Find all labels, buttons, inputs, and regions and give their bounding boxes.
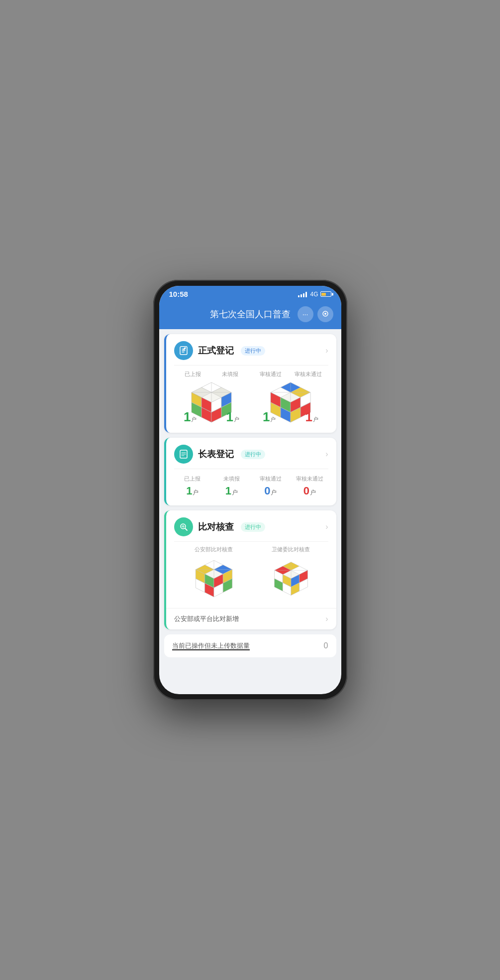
phone-screen: 10:58 4G 第七次全国人口普查 ···: [159, 286, 341, 694]
formal-registration-icon: [174, 341, 193, 360]
compare-check-badge: 进行中: [241, 522, 265, 532]
long-form-stat-label-2: 审核通过: [260, 475, 282, 483]
stat-unit-reported: 户: [191, 416, 197, 423]
stat-value-unfilled: 1: [226, 409, 233, 425]
compare-link-text: 公安部或平台比对新增: [174, 614, 239, 623]
compare-check-card: 比对核查 进行中 › 公安部比对核查: [164, 510, 336, 629]
long-form-card: 长表登记 进行中 › 已上报 1 户 未填报: [164, 438, 336, 505]
long-form-stat-value-0: 1 户: [186, 485, 199, 497]
more-button[interactable]: ···: [298, 306, 313, 322]
phone-frame: 10:58 4G 第七次全国人口普查 ···: [153, 280, 347, 700]
compare-check-arrow[interactable]: ›: [325, 522, 328, 531]
stat-unit-rejected: 户: [313, 416, 318, 423]
long-form-stat-0: 已上报 1 户: [174, 475, 211, 497]
bottom-card-text: 当前已操作但未上传数据量: [172, 641, 250, 650]
long-form-stats: 已上报 1 户 未填报 1 户 审核通过: [166, 469, 336, 505]
formal-registration-card: 正式登记 进行中 › 已上报 未填报: [164, 334, 336, 433]
compare-check-title: 比对核查: [198, 521, 234, 533]
stat-value-approved: 1: [263, 409, 270, 425]
compare-check-icon: [174, 517, 193, 536]
long-form-stat-value-3: 0 户: [303, 485, 316, 497]
long-form-stat-3: 审核未通过 0 户: [291, 475, 328, 497]
signal-icon: [298, 291, 307, 297]
formal-registration-header: 正式登记 进行中 ›: [166, 334, 336, 365]
header-actions: ···: [298, 306, 333, 322]
stat-label-unfilled: 未填报: [222, 370, 238, 378]
compare-link-arrow: ›: [325, 614, 328, 623]
long-form-header: 长表登记 进行中 ›: [166, 438, 336, 469]
long-form-stat-value-2: 0 户: [264, 485, 277, 497]
long-form-stat-label-1: 未填报: [223, 475, 240, 483]
app-header: 第七次全国人口普查 ···: [159, 301, 341, 329]
formal-registration-arrow[interactable]: ›: [325, 346, 328, 355]
stat-unit-approved: 户: [270, 416, 276, 423]
bottom-card: 当前已操作但未上传数据量 0: [164, 634, 336, 657]
scan-icon: [321, 310, 329, 319]
more-icon: ···: [302, 310, 308, 318]
svg-point-1: [324, 313, 326, 315]
long-form-icon: [174, 445, 193, 464]
long-form-stat-2: 审核通过 0 户: [252, 475, 290, 497]
stat-value-rejected: 1: [305, 409, 312, 425]
stat-label-rejected: 审核未通过: [295, 370, 322, 378]
stat-unit-unfilled: 户: [234, 416, 239, 423]
bottom-card-underline: 上传数据量: [217, 642, 250, 650]
header-title: 第七次全国人口普查: [203, 308, 298, 320]
compare-label-1: 卫健委比对核查: [272, 546, 310, 553]
content-scroll: 正式登记 进行中 › 已上报 未填报: [159, 329, 341, 694]
status-icons: 4G: [298, 291, 331, 298]
long-form-title: 长表登记: [198, 448, 234, 460]
long-form-badge: 进行中: [241, 450, 265, 459]
bottom-card-value: 0: [324, 641, 328, 650]
battery-icon: [320, 291, 331, 297]
svg-line-50: [185, 528, 187, 530]
compare-images: 公安部比对核查: [166, 542, 336, 608]
compare-link-row[interactable]: 公安部或平台比对新增 ›: [166, 608, 336, 629]
network-label: 4G: [310, 291, 318, 298]
bottom-card-prefix: 当前已操作但未: [172, 642, 217, 650]
compare-label-0: 公安部比对核查: [195, 546, 233, 553]
formal-registration-badge: 进行中: [241, 346, 265, 356]
stat-label-approved: 审核通过: [260, 370, 282, 378]
scan-button[interactable]: [317, 306, 333, 322]
stat-label-reported: 已上报: [185, 370, 201, 378]
long-form-arrow[interactable]: ›: [325, 450, 328, 459]
compare-check-header: 比对核查 进行中 ›: [166, 510, 336, 541]
long-form-stat-1: 未填报 1 户: [213, 475, 250, 497]
long-form-stat-label-0: 已上报: [184, 475, 200, 483]
compare-col-0: 公安部比对核查: [187, 546, 241, 601]
formal-registration-title: 正式登记: [198, 345, 234, 357]
status-time: 10:58: [169, 290, 188, 298]
long-form-stat-value-1: 1 户: [225, 485, 238, 497]
long-form-stat-label-3: 审核未通过: [296, 475, 323, 483]
compare-col-1: 卫健委比对核查: [266, 546, 316, 601]
status-bar: 10:58 4G: [159, 286, 341, 301]
stat-value-reported: 1: [184, 409, 191, 425]
